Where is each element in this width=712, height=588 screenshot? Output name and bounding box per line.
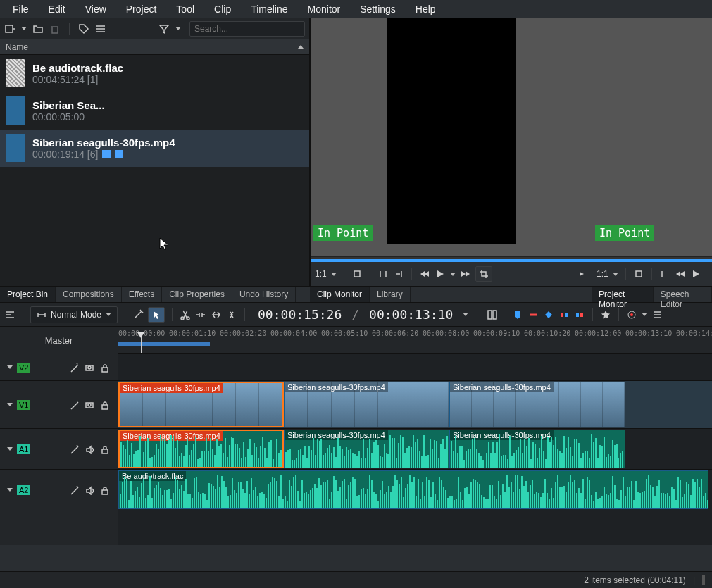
tab-compositions[interactable]: Compositions — [56, 287, 122, 302]
go-end-icon[interactable] — [393, 268, 404, 280]
settings-list-icon[interactable] — [651, 309, 663, 320]
track-badge[interactable]: A2 — [17, 485, 30, 495]
project-monitor-ruler[interactable] — [592, 256, 712, 262]
search-input[interactable] — [189, 21, 305, 37]
fx-icon[interactable] — [68, 484, 80, 496]
track-row-A1[interactable]: Siberian seagulls-30fps.mp4Siberian seag… — [118, 428, 712, 469]
lock-icon[interactable] — [99, 444, 111, 455]
hide-icon[interactable] — [84, 362, 95, 373]
menu-timeline[interactable]: Timeline — [241, 1, 297, 18]
track-badge[interactable]: V2 — [17, 363, 30, 373]
track-header-A2[interactable]: A2 — [0, 469, 118, 510]
bin-item[interactable]: Siberian seagulls-30fps.mp4 00:00:19:14 … — [0, 130, 309, 167]
bin-column-header[interactable]: Name — [0, 39, 309, 55]
lock-icon[interactable] — [99, 484, 111, 496]
add-clip-menu[interactable] — [21, 27, 27, 30]
timecode-menu[interactable] — [463, 313, 468, 316]
timeline-clip[interactable]: Siberian seagulls-30fps.mp4 — [284, 430, 449, 468]
menu-settings[interactable]: Settings — [350, 1, 406, 18]
zoom-menu[interactable] — [613, 273, 618, 276]
set-in-icon[interactable] — [633, 268, 644, 280]
marker-blue-icon[interactable] — [512, 309, 523, 320]
folder-new-icon[interactable] — [32, 23, 44, 35]
go-start-icon[interactable] — [659, 268, 670, 280]
tab-speech-editor[interactable]: Speech Editor — [654, 287, 712, 302]
record-icon[interactable] — [626, 309, 637, 320]
go-start-icon[interactable] — [377, 268, 389, 280]
filter-icon[interactable] — [158, 23, 170, 35]
menu-monitor[interactable]: Monitor — [298, 1, 351, 18]
tab-library[interactable]: Library — [370, 287, 411, 302]
bin-list[interactable]: Be audiotrack.flac 00:04:51:24 [1] Siber… — [0, 55, 309, 286]
timeline-clip[interactable]: Be audiotrack.flac — [118, 470, 708, 509]
mute-icon[interactable] — [84, 484, 95, 496]
tab-project-bin[interactable]: Project Bin — [0, 287, 56, 302]
marker-red-icon[interactable] — [527, 309, 539, 320]
bin-item[interactable]: Be audiotrack.flac 00:04:51:24 [1] — [0, 55, 309, 92]
track-badge[interactable]: A1 — [17, 444, 30, 454]
select-tool-icon[interactable] — [148, 307, 165, 323]
zoom-level[interactable]: 1:1 — [597, 269, 608, 279]
project-monitor-view[interactable]: In Point — [592, 18, 712, 256]
zoom-level[interactable]: 1:1 — [315, 269, 327, 279]
track-row-A2[interactable]: Be audiotrack.flac — [118, 469, 712, 510]
lock-icon[interactable] — [99, 399, 111, 411]
timeline-clip[interactable]: Siberian seagulls-30fps.mp4 — [449, 430, 625, 468]
lock-icon[interactable] — [99, 362, 111, 373]
magic-wand-icon[interactable] — [132, 309, 144, 320]
timeline-clip[interactable]: Siberian seagulls-30fps.mp4 — [118, 430, 284, 468]
edit-mode-select[interactable]: Normal Mode — [30, 306, 118, 323]
spacer-icon[interactable] — [195, 309, 206, 320]
tag-icon[interactable] — [78, 23, 89, 35]
zoom-menu[interactable] — [331, 273, 337, 276]
play-menu[interactable] — [450, 273, 456, 276]
rewind-icon[interactable] — [419, 268, 430, 280]
fx-icon[interactable] — [68, 362, 80, 373]
tab-clip-properties[interactable]: Clip Properties — [162, 287, 232, 302]
mix-icon[interactable] — [487, 309, 498, 320]
marker-split1-icon[interactable] — [558, 309, 570, 320]
menu-edit[interactable]: Edit — [39, 1, 75, 18]
fx-icon[interactable] — [68, 399, 80, 411]
expand-icon[interactable] — [7, 447, 13, 451]
track-header-V2[interactable]: V2 — [0, 354, 118, 380]
forward-icon[interactable] — [460, 268, 471, 280]
set-in-icon[interactable] — [351, 268, 363, 280]
expand-icon[interactable] — [7, 488, 13, 492]
rewind-icon[interactable] — [675, 268, 686, 280]
track-header-A1[interactable]: A1 — [0, 428, 118, 469]
timeline-zone[interactable] — [118, 342, 210, 346]
master-label[interactable]: Master — [0, 327, 118, 354]
hide-icon[interactable] — [84, 399, 95, 411]
menu-help[interactable]: Help — [406, 1, 446, 18]
insert-icon[interactable] — [211, 309, 222, 320]
play-icon[interactable] — [435, 268, 446, 280]
razor-icon[interactable] — [180, 309, 191, 320]
bin-item[interactable]: Siberian Sea... 00:00:05:00 — [0, 92, 309, 130]
menu-project[interactable]: Project — [116, 1, 167, 18]
crop-icon[interactable] — [475, 266, 492, 282]
menu-tool[interactable]: Tool — [166, 1, 204, 18]
menu-view[interactable]: View — [75, 1, 116, 18]
more-icon[interactable] — [576, 268, 587, 280]
tab-effects[interactable]: Effects — [122, 287, 162, 302]
marker-split2-icon[interactable] — [574, 309, 585, 320]
tab-project-monitor[interactable]: Project Monitor — [592, 287, 654, 302]
timeline-clip[interactable]: Siberian seagulls-30fps.mp4Siberian seag… — [449, 382, 625, 427]
timeline-ruler[interactable]: 00:00:00:0000:00:01:1000:00:02:2000:00:0… — [118, 327, 712, 354]
timeline-clip[interactable]: Siberian seagulls-30fps.mp4Siberian seag… — [118, 382, 284, 427]
timecode-position[interactable]: 00:00:15:26 — [258, 307, 342, 322]
record-menu[interactable] — [642, 313, 647, 316]
expand-icon[interactable] — [7, 403, 13, 406]
track-settings-icon[interactable] — [4, 309, 15, 320]
timeline-canvas[interactable]: 00:00:00:0000:00:01:1000:00:02:2000:00:0… — [118, 327, 712, 545]
track-header-V1[interactable]: V1 — [0, 380, 118, 428]
add-clip-icon[interactable] — [4, 23, 15, 35]
favorite-icon[interactable] — [600, 309, 611, 320]
playhead[interactable] — [141, 337, 142, 353]
tab-clip-monitor[interactable]: Clip Monitor — [310, 287, 370, 302]
play-icon[interactable] — [690, 268, 701, 280]
clip-monitor-view[interactable]: In Point — [311, 18, 592, 256]
hamburger-icon[interactable] — [95, 23, 106, 35]
overwrite-icon[interactable] — [226, 309, 237, 320]
